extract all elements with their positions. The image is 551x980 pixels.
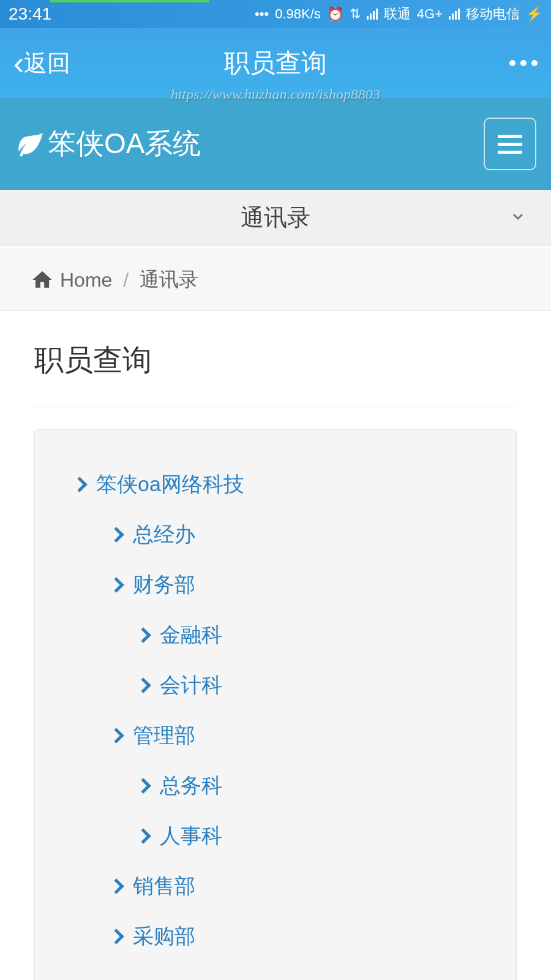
chevron-right-icon: [135, 778, 151, 793]
tree-item-label: 会计科: [160, 671, 222, 699]
tree-item[interactable]: 采购部: [111, 911, 492, 962]
status-time: 23:41: [9, 4, 51, 24]
tree-item[interactable]: 总经办: [111, 510, 492, 560]
breadcrumb-home-label: Home: [60, 269, 112, 292]
dropdown-label: 通讯录: [241, 202, 310, 233]
chevron-right-icon: [108, 929, 124, 944]
divider: [34, 407, 517, 407]
chevron-down-icon: [511, 208, 525, 228]
network-speed: 0.98K/s: [275, 6, 321, 22]
top-nav: ‹ 返回 职员查询 https://www.huzhan.com/ishop88…: [0, 28, 551, 98]
menu-button[interactable]: [484, 118, 536, 170]
tree-item[interactable]: 会计科: [138, 660, 492, 710]
chevron-right-icon: [72, 477, 87, 492]
watermark-url: https://www.huzhan.com/ishop8803: [171, 86, 380, 103]
breadcrumb-home[interactable]: Home: [31, 268, 112, 292]
app-logo[interactable]: 笨侠OA系统: [15, 125, 201, 163]
chevron-right-icon: [135, 828, 151, 843]
tree-item-label: 总务科: [160, 772, 222, 800]
app-header: 笨侠OA系统: [0, 98, 551, 190]
tree-item[interactable]: 管理部: [111, 710, 492, 761]
tree-item[interactable]: 金融科: [138, 610, 492, 660]
data-transfer-icon: ⇅: [350, 6, 361, 22]
chevron-right-icon: [135, 627, 151, 643]
battery-icon: ⚡: [526, 6, 542, 22]
tree-item-label: 采购部: [133, 922, 195, 951]
tree-item-label: 笨侠oa网络科技: [96, 470, 244, 499]
home-icon: [31, 268, 54, 292]
page-title: 职员查询: [224, 46, 327, 80]
chevron-right-icon: [108, 527, 124, 542]
chevron-right-icon: [135, 677, 151, 693]
chevron-right-icon: [108, 878, 124, 894]
status-dots: •••: [255, 6, 269, 22]
status-bar: 23:41 ••• 0.98K/s ⏰ ⇅ 联通 4G+ 移动电信 ⚡: [0, 0, 551, 28]
signal-icon-2: [449, 9, 460, 20]
tree-item[interactable]: 财务部: [111, 560, 492, 610]
tree-item-label: 财务部: [133, 571, 195, 599]
department-tree: 笨侠oa网络科技 总经办 财务部 金融科 会计科 管理部 总务科 人事科: [34, 429, 517, 980]
back-button[interactable]: ‹ 返回: [13, 47, 70, 79]
more-button[interactable]: [509, 60, 538, 66]
tree-item[interactable]: 总务科: [138, 761, 492, 811]
section-dropdown[interactable]: 通讯录: [0, 190, 551, 246]
chevron-left-icon: ‹: [13, 47, 24, 79]
carrier2: 移动电信: [466, 5, 520, 23]
tree-item[interactable]: 人事科: [138, 811, 492, 861]
chevron-right-icon: [108, 728, 124, 743]
alarm-icon: ⏰: [327, 6, 343, 22]
breadcrumb: Home / 通讯录: [0, 249, 551, 311]
tree-item-label: 管理部: [133, 722, 195, 750]
signal-icon: [367, 9, 378, 20]
tree-item-label: 金融科: [160, 621, 222, 649]
status-right: ••• 0.98K/s ⏰ ⇅ 联通 4G+ 移动电信 ⚡: [255, 5, 542, 23]
tree-item[interactable]: 销售部: [111, 861, 492, 911]
carrier1-type: 4G+: [417, 6, 443, 22]
tree-item-root[interactable]: 笨侠oa网络科技: [74, 459, 492, 510]
breadcrumb-current: 通讯录: [140, 266, 198, 293]
chevron-right-icon: [108, 577, 124, 592]
breadcrumb-separator: /: [123, 269, 129, 292]
progress-line: [50, 0, 209, 2]
carrier1: 联通: [384, 5, 411, 23]
content-title: 职员查询: [34, 341, 517, 380]
app-name: 笨侠OA系统: [48, 125, 201, 163]
tree-item-label: 总经办: [133, 521, 195, 549]
tree-item-label: 销售部: [133, 872, 195, 900]
back-label: 返回: [24, 48, 70, 79]
content-area: 职员查询 笨侠oa网络科技 总经办 财务部 金融科 会计科 管理部 总: [0, 311, 551, 980]
leaf-icon: [15, 129, 45, 159]
tree-item-label: 人事科: [160, 822, 222, 850]
